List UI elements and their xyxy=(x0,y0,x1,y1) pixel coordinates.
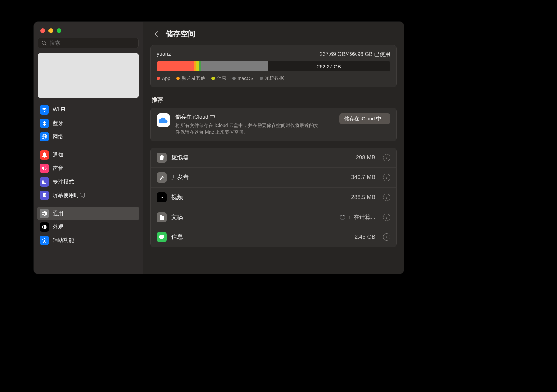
bar-seg-messages xyxy=(196,61,199,71)
row-messages[interactable]: 信息 2.45 GB i xyxy=(151,227,396,247)
spinner-icon xyxy=(340,215,345,220)
hammer-icon xyxy=(157,172,167,183)
row-value: 298 MB xyxy=(356,154,375,161)
row-label: 开发者 xyxy=(171,173,346,181)
back-button[interactable] xyxy=(152,30,160,38)
close-window-button[interactable] xyxy=(40,28,45,33)
settings-window: Wi-Fi 蓝牙 网络 通知 声音 专注模式 xyxy=(34,22,404,274)
sidebar-item-label: Wi-Fi xyxy=(53,107,65,113)
free-space-label: 262.27 GB xyxy=(317,64,341,69)
moon-icon xyxy=(40,177,49,187)
trash-icon xyxy=(157,153,167,163)
speaker-icon xyxy=(40,164,49,173)
info-button[interactable]: i xyxy=(383,154,390,161)
appearance-icon xyxy=(40,222,49,232)
chevron-left-icon xyxy=(154,31,158,37)
recommend-title: 储存在 iCloud 中 xyxy=(175,113,334,121)
row-value: 340.7 MB xyxy=(351,174,375,181)
titlebar: 储存空间 xyxy=(143,22,404,45)
document-icon xyxy=(157,212,167,222)
fullscreen-window-button[interactable] xyxy=(57,28,61,33)
sidebar-item-label: 声音 xyxy=(53,165,63,172)
minimize-window-button[interactable] xyxy=(48,28,53,33)
sidebar-item-wifi[interactable]: Wi-Fi xyxy=(37,103,139,117)
main-content: 储存空间 yuanz 237.69 GB/499.96 GB 已使用 262.2… xyxy=(143,22,404,274)
search-field[interactable] xyxy=(38,38,139,48)
bar-seg-app xyxy=(157,61,194,71)
hourglass-icon xyxy=(40,191,49,200)
legend-photos: 照片及其他 xyxy=(176,75,205,81)
row-label: 文稿 xyxy=(171,213,335,221)
row-developer[interactable]: 开发者 340.7 MB i xyxy=(151,168,396,188)
store-in-icloud-button[interactable]: 储存在 iCloud 中... xyxy=(339,113,390,124)
accessibility-icon xyxy=(40,236,49,245)
sidebar-item-notifications[interactable]: 通知 xyxy=(37,148,139,162)
sidebar-item-general[interactable]: 通用 xyxy=(37,207,139,220)
svg-line-1 xyxy=(45,44,46,45)
info-button[interactable]: i xyxy=(383,233,390,241)
storage-bar: 262.27 GB xyxy=(157,61,390,71)
sidebar: Wi-Fi 蓝牙 网络 通知 声音 专注模式 xyxy=(34,22,143,274)
sidebar-item-label: 辅助功能 xyxy=(53,237,74,244)
globe-icon xyxy=(40,132,49,141)
storage-summary-card: yuanz 237.69 GB/499.96 GB 已使用 262.27 GB … xyxy=(150,45,397,87)
search-input[interactable] xyxy=(50,40,135,46)
recommend-icloud-card: 储存在 iCloud 中 将所有文件储存在 iCloud 云盘中，并在需要储存空… xyxy=(150,108,397,141)
row-documents[interactable]: 文稿 正在计算... i xyxy=(151,207,396,227)
bar-seg-free: 262.27 GB xyxy=(268,61,390,71)
legend-messages: 信息 xyxy=(211,75,226,81)
bell-icon xyxy=(40,150,49,160)
account-card[interactable] xyxy=(38,53,139,98)
messages-icon xyxy=(157,232,167,242)
sidebar-item-bluetooth[interactable]: 蓝牙 xyxy=(37,117,139,130)
row-video[interactable]: tv 视频 288.5 MB i xyxy=(151,188,396,207)
sidebar-item-label: 外观 xyxy=(53,224,63,231)
info-button[interactable]: i xyxy=(383,194,390,201)
sidebar-item-appearance[interactable]: 外观 xyxy=(37,220,139,234)
recommend-desc: 将所有文件储存在 iCloud 云盘中，并在需要储存空间时仅将最近的文件保留在这… xyxy=(175,122,320,136)
sidebar-item-label: 屏幕使用时间 xyxy=(53,192,85,199)
row-label: 废纸篓 xyxy=(171,154,351,161)
sidebar-item-sound[interactable]: 声音 xyxy=(37,162,139,175)
sidebar-item-label: 网络 xyxy=(53,133,63,140)
sidebar-item-focus[interactable]: 专注模式 xyxy=(37,175,139,189)
wifi-icon xyxy=(40,105,49,115)
sidebar-list: Wi-Fi 蓝牙 网络 通知 声音 专注模式 xyxy=(34,101,143,249)
appletv-icon: tv xyxy=(157,192,167,202)
sidebar-item-label: 通知 xyxy=(53,152,63,159)
row-trash[interactable]: 废纸篓 298 MB i xyxy=(151,148,396,168)
row-label: 视频 xyxy=(171,193,346,201)
sidebar-item-label: 专注模式 xyxy=(53,178,74,186)
recommend-section-title: 推荐 xyxy=(152,96,395,104)
gear-icon xyxy=(40,209,49,218)
used-label: 237.69 GB/499.96 GB 已使用 xyxy=(320,51,390,58)
svg-point-6 xyxy=(44,238,45,239)
row-label: 信息 xyxy=(171,233,350,241)
bluetooth-icon xyxy=(40,119,49,128)
info-button[interactable]: i xyxy=(383,174,390,181)
legend-app: App xyxy=(157,76,170,81)
legend-system: 系统数据 xyxy=(260,75,284,81)
sidebar-item-accessibility[interactable]: 辅助功能 xyxy=(37,234,139,247)
icloud-icon xyxy=(157,113,170,127)
sidebar-item-network[interactable]: 网络 xyxy=(37,130,139,143)
sidebar-item-label: 蓝牙 xyxy=(53,120,63,127)
disk-name: yuanz xyxy=(157,51,171,58)
page-title: 储存空间 xyxy=(166,29,195,39)
sidebar-item-label: 通用 xyxy=(53,210,63,217)
row-value: 正在计算... xyxy=(340,213,375,221)
sidebar-item-screentime[interactable]: 屏幕使用时间 xyxy=(37,189,139,202)
legend-macos: macOS xyxy=(232,76,254,81)
info-button[interactable]: i xyxy=(383,214,390,221)
storage-legend: App 照片及其他 信息 macOS 系统数据 xyxy=(157,75,390,81)
search-icon xyxy=(41,40,47,46)
bar-seg-system xyxy=(201,61,268,71)
window-controls xyxy=(34,28,143,38)
storage-categories-list: 废纸篓 298 MB i 开发者 340.7 MB i tv 视频 288.5 … xyxy=(150,148,397,247)
row-value: 2.45 GB xyxy=(355,234,375,240)
row-value: 288.5 MB xyxy=(351,194,375,201)
bar-seg-photos xyxy=(194,61,196,71)
bar-seg-macos xyxy=(199,61,201,71)
